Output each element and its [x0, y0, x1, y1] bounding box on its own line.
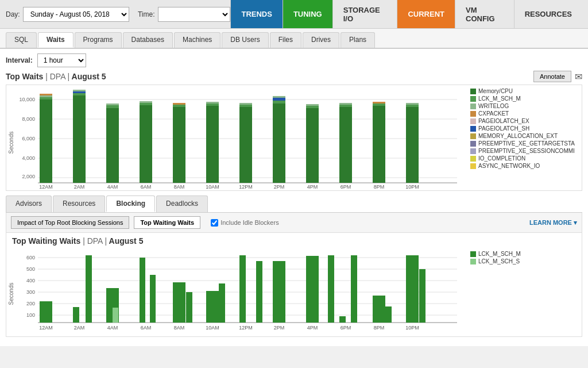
svg-rect-82: [140, 258, 145, 323]
top-waiting-btn[interactable]: Top Waiting Waits: [134, 216, 200, 229]
svg-rect-79: [86, 255, 92, 323]
svg-rect-37: [273, 98, 285, 101]
sub-tab-sql[interactable]: SQL: [6, 32, 37, 48]
nav-tab-vmconfig[interactable]: VM CONFIG: [455, 0, 514, 28]
legend-color-memory: [470, 89, 476, 94]
interval-select[interactable]: 1 hour 30 min 15 min: [37, 53, 86, 67]
svg-text:10PM: 10PM: [405, 325, 419, 331]
sub-tab-databases[interactable]: Databases: [123, 32, 173, 48]
legend-item-lck-m: LCK_M_SCH_M: [470, 251, 559, 257]
nav-tab-tuning[interactable]: TUNING: [283, 0, 332, 28]
sub-tab-waits[interactable]: Waits: [38, 32, 74, 48]
svg-rect-77: [40, 301, 52, 323]
svg-rect-28: [173, 103, 185, 105]
nav-tabs: TRENDS TUNING STORAGE I/O CURRENT VM CON…: [230, 0, 582, 28]
legend-item: CXPACKET: [470, 110, 575, 117]
legend-label-lck: LCK_M_SCH_M: [478, 95, 521, 102]
svg-rect-49: [406, 105, 419, 107]
legend-item: WRITELOG: [470, 103, 575, 109]
svg-rect-31: [206, 102, 219, 103]
bottom-tab-advisors[interactable]: Advisors: [6, 195, 52, 212]
bottom-tab-deadlocks[interactable]: Deadlocks: [156, 195, 208, 212]
svg-text:2PM: 2PM: [274, 325, 285, 331]
svg-text:10AM: 10AM: [206, 325, 219, 331]
bottom-tabs: Advisors Resources Blocking Deadlocks: [6, 195, 582, 213]
legend-item: MEMORY_ALLOCATION_EXT: [470, 133, 575, 139]
svg-rect-45: [373, 106, 385, 183]
svg-rect-41: [306, 104, 319, 106]
legend-color-mem-alloc: [470, 133, 476, 139]
svg-text:10,000: 10,000: [19, 97, 35, 102]
svg-rect-22: [106, 103, 119, 105]
svg-rect-48: [406, 107, 419, 183]
time-select[interactable]: [158, 7, 231, 22]
legend-label-mem-alloc: MEMORY_ALLOCATION_EXT: [478, 133, 558, 139]
bottom-tab-blocking[interactable]: Blocking: [106, 195, 155, 212]
bottom-chart-container: Seconds 600 500 400 300 200 100: [6, 248, 582, 337]
svg-rect-24: [140, 103, 152, 105]
legend-color-preempt-sess: [470, 148, 476, 154]
top-chart-container: Seconds 10,000 8,000 6,000 4,000 2,000: [6, 85, 582, 191]
sub-tab-files[interactable]: Files: [270, 32, 301, 48]
sub-tab-programs[interactable]: Programs: [75, 32, 122, 48]
legend-item: PAGEIOLATCH_SH: [470, 125, 575, 132]
sub-tab-dbusers[interactable]: DB Users: [222, 32, 268, 48]
svg-rect-88: [239, 255, 246, 323]
svg-rect-25: [140, 101, 152, 103]
svg-text:2,000: 2,000: [22, 174, 35, 179]
svg-text:12AM: 12AM: [39, 325, 53, 331]
learn-more-link[interactable]: LEARN MORE ▾: [529, 219, 577, 227]
nav-tab-storage[interactable]: STORAGE I/O: [332, 0, 397, 28]
top-chart-svg: Seconds 10,000 8,000 6,000 4,000 2,000: [6, 85, 466, 191]
legend-item: LCK_M_SCH_M: [470, 95, 575, 102]
sub-tab-drives[interactable]: Drives: [303, 32, 339, 48]
svg-rect-47: [373, 102, 385, 103]
legend-color-lck: [470, 96, 476, 102]
interval-label: Interval:: [6, 56, 33, 64]
nav-tab-trends[interactable]: TRENDS: [230, 0, 282, 28]
nav-tab-current[interactable]: CURRENT: [397, 0, 455, 28]
legend-item: ASYNC_NETWORK_IO: [470, 163, 575, 169]
svg-rect-94: [351, 255, 357, 323]
svg-text:12PM: 12PM: [239, 184, 253, 190]
day-select[interactable]: Sunday - August 05, 2018: [23, 7, 129, 22]
annotate-button[interactable]: Annotate: [533, 71, 571, 82]
email-icon[interactable]: ✉: [575, 71, 582, 82]
svg-rect-16: [73, 95, 86, 183]
nav-tab-resources[interactable]: RESOURCES: [514, 0, 582, 28]
svg-rect-40: [306, 106, 319, 108]
svg-rect-91: [306, 256, 319, 323]
svg-rect-14: [40, 95, 52, 97]
legend-color-io-comp: [470, 156, 476, 162]
svg-rect-27: [173, 105, 185, 107]
svg-rect-23: [140, 105, 152, 183]
idle-blocker-checkbox[interactable]: [211, 219, 218, 227]
sub-tab-plans[interactable]: Plans: [341, 32, 375, 48]
svg-text:6PM: 6PM: [341, 184, 351, 190]
legend-item: PAGEIOLATCH_EX: [470, 118, 575, 124]
svg-text:8PM: 8PM: [374, 184, 385, 190]
svg-text:300: 300: [26, 289, 35, 295]
legend-color-pageio-ex: [470, 118, 476, 124]
svg-rect-43: [339, 105, 352, 107]
legend-label-pageio-sh: PAGEIOLATCH_SH: [478, 125, 529, 132]
legend-color-lck-m: [470, 251, 476, 257]
sub-tab-machines[interactable]: Machines: [174, 32, 220, 48]
svg-rect-86: [206, 291, 219, 323]
svg-text:8AM: 8AM: [174, 325, 185, 331]
svg-rect-35: [273, 103, 285, 183]
bottom-tab-resources[interactable]: Resources: [53, 195, 105, 212]
svg-rect-39: [306, 108, 319, 183]
svg-rect-96: [385, 306, 392, 323]
chart-actions: Annotate ✉: [533, 71, 582, 82]
svg-rect-26: [173, 107, 185, 183]
svg-text:2AM: 2AM: [74, 325, 85, 331]
bottom-chart-legend: LCK_M_SCH_M LCK_M_SCH_S: [466, 248, 563, 337]
svg-text:12PM: 12PM: [239, 325, 253, 331]
legend-item: IO_COMPLETION: [470, 155, 575, 162]
svg-rect-97: [406, 255, 419, 323]
svg-rect-17: [73, 93, 86, 95]
impact-blocking-btn[interactable]: Impact of Top Root Blocking Sessions: [11, 216, 129, 229]
svg-text:4PM: 4PM: [307, 184, 318, 190]
svg-text:6AM: 6AM: [141, 184, 152, 190]
